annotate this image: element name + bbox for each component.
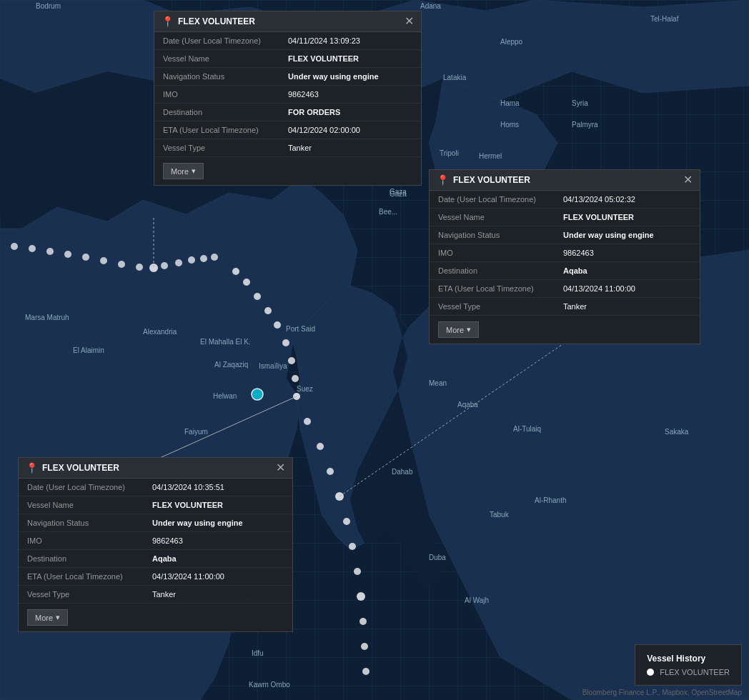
- popup-1-label-nav-status: Navigation Status: [163, 72, 288, 81]
- svg-text:Bee...: Bee...: [379, 208, 397, 216]
- svg-point-17: [264, 307, 272, 314]
- svg-text:Alexandria: Alexandria: [143, 328, 177, 336]
- popup-2-label-vessel-type: Vessel Type: [438, 302, 563, 311]
- legend-dot-0: [647, 669, 654, 676]
- svg-point-37: [252, 389, 263, 400]
- popup-3: 📍 FLEX VOLUNTEER ✕ Date (User Local Time…: [18, 457, 293, 632]
- popup-1-value-nav-status: Under way using engine: [288, 72, 379, 81]
- svg-point-19: [282, 339, 289, 346]
- popup-3-row-vessel-name: Vessel Name FLEX VOLUNTEER: [19, 496, 292, 514]
- popup-2-close-button[interactable]: ✕: [683, 174, 693, 186]
- popup-1: 📍 FLEX VOLUNTEER ✕ Date (User Local Time…: [154, 11, 422, 186]
- popup-1-title: FLEX VOLUNTEER: [178, 16, 255, 26]
- svg-point-12: [200, 255, 207, 262]
- svg-text:Al Wajh: Al Wajh: [465, 596, 489, 604]
- popup-3-more-label: More: [35, 614, 53, 622]
- popup-2-row-date: Date (User Local Timezone) 04/13/2024 05…: [430, 191, 700, 209]
- popup-1-label-date: Date (User Local Timezone): [163, 36, 288, 45]
- popup-1-row-vessel-name: Vessel Name FLEX VOLUNTEER: [154, 50, 421, 68]
- svg-point-10: [175, 259, 182, 266]
- popup-3-value-destination: Aqaba: [152, 554, 177, 563]
- popup-2-label-vessel-name: Vessel Name: [438, 213, 563, 221]
- popup-1-value-destination: FOR ORDERS: [288, 108, 340, 116]
- svg-text:Bodrum: Bodrum: [36, 2, 61, 10]
- popup-1-row-destination: Destination FOR ORDERS: [154, 104, 421, 121]
- svg-point-29: [354, 568, 361, 575]
- popup-2-title: FLEX VOLUNTEER: [453, 175, 530, 185]
- popup-2: 📍 FLEX VOLUNTEER ✕ Date (User Local Time…: [429, 169, 700, 344]
- popup-2-row-imo: IMO 9862463: [430, 244, 700, 262]
- svg-point-28: [349, 543, 356, 550]
- popup-3-value-date: 04/13/2024 10:35:51: [152, 483, 224, 491]
- svg-text:Tabuk: Tabuk: [490, 511, 510, 519]
- svg-point-15: [243, 279, 250, 286]
- popup-2-footer: More ▾: [430, 316, 700, 344]
- popup-2-value-destination: Aqaba: [563, 266, 587, 275]
- popup-1-chevron-icon: ▾: [192, 166, 196, 176]
- svg-text:Aqaba: Aqaba: [457, 401, 478, 409]
- svg-point-0: [11, 243, 18, 250]
- popup-2-value-vessel-name: FLEX VOLUNTEER: [563, 213, 634, 221]
- svg-text:Gaza: Gaza: [390, 188, 407, 196]
- svg-text:Port Said: Port Said: [286, 325, 315, 333]
- svg-text:Marsa Matruh: Marsa Matruh: [25, 314, 69, 321]
- popup-3-label-vessel-type: Vessel Type: [27, 590, 152, 599]
- popup-2-label-imo: IMO: [438, 249, 563, 257]
- popup-1-close-button[interactable]: ✕: [405, 16, 414, 27]
- popup-3-row-vessel-type: Vessel Type Tanker: [19, 586, 292, 604]
- popup-1-header: 📍 FLEX VOLUNTEER ✕: [154, 11, 421, 32]
- svg-point-32: [361, 643, 368, 650]
- popup-2-label-nav-status: Navigation Status: [438, 231, 563, 239]
- svg-point-23: [304, 418, 311, 425]
- popup-1-label-vessel-name: Vessel Name: [163, 54, 288, 63]
- svg-text:Adana: Adana: [420, 2, 441, 10]
- popup-3-value-nav-status: Under way using engine: [152, 519, 243, 527]
- popup-1-label-imo: IMO: [163, 90, 288, 99]
- popup-2-chevron-icon: ▾: [467, 325, 471, 334]
- popup-3-close-button[interactable]: ✕: [276, 462, 285, 474]
- popup-2-row-vessel-name: Vessel Name FLEX VOLUNTEER: [430, 209, 700, 226]
- svg-text:Suez: Suez: [297, 385, 313, 393]
- svg-point-5: [100, 257, 107, 264]
- svg-text:Idfu: Idfu: [252, 649, 264, 657]
- popup-1-label-destination: Destination: [163, 108, 288, 116]
- popup-2-more-button[interactable]: More ▾: [438, 321, 479, 338]
- svg-point-24: [317, 443, 324, 450]
- svg-text:Kawm Ombo: Kawm Ombo: [249, 681, 290, 689]
- svg-text:Aleppo: Aleppo: [500, 38, 523, 46]
- popup-2-pin-icon: 📍: [437, 174, 449, 186]
- popup-2-more-label: More: [446, 326, 464, 334]
- svg-text:Faiyum: Faiyum: [184, 428, 208, 436]
- popup-1-more-button[interactable]: More ▾: [163, 163, 204, 179]
- svg-point-11: [188, 256, 195, 264]
- popup-2-value-eta: 04/13/2024 11:00:00: [563, 284, 635, 293]
- popup-2-value-nav-status: Under way using engine: [563, 231, 654, 239]
- popup-1-value-vessel-name: FLEX VOLUNTEER: [288, 54, 359, 63]
- svg-text:El Alaimin: El Alaimin: [73, 346, 104, 354]
- svg-point-6: [118, 261, 125, 268]
- svg-point-30: [357, 592, 365, 601]
- popup-2-row-vessel-type: Vessel Type Tanker: [430, 298, 700, 316]
- svg-point-25: [327, 468, 334, 475]
- popup-3-chevron-icon: ▾: [56, 613, 60, 622]
- popup-3-value-vessel-type: Tanker: [152, 590, 176, 599]
- popup-1-row-eta: ETA (User Local Timezone) 04/12/2024 02:…: [154, 121, 421, 139]
- popup-2-label-destination: Destination: [438, 266, 563, 275]
- popup-1-row-date: Date (User Local Timezone) 04/11/2024 13…: [154, 32, 421, 50]
- popup-1-footer: More ▾: [154, 157, 421, 185]
- svg-point-4: [82, 254, 89, 261]
- legend-title: Vessel History: [647, 654, 730, 664]
- popup-3-title: FLEX VOLUNTEER: [42, 463, 119, 473]
- svg-text:Dahab: Dahab: [392, 468, 413, 476]
- popup-2-content: Date (User Local Timezone) 04/13/2024 05…: [430, 191, 700, 316]
- popup-3-label-vessel-name: Vessel Name: [27, 501, 152, 509]
- popup-3-label-destination: Destination: [27, 554, 152, 563]
- svg-text:Al-Rhanth: Al-Rhanth: [535, 496, 566, 504]
- svg-point-1: [29, 245, 36, 252]
- svg-text:Tel-Halaf: Tel-Halaf: [650, 15, 679, 23]
- popup-2-value-imo: 9862463: [563, 249, 594, 257]
- popup-3-footer: More ▾: [19, 604, 292, 631]
- popup-2-value-vessel-type: Tanker: [563, 302, 587, 311]
- popup-3-more-button[interactable]: More ▾: [27, 609, 68, 626]
- svg-text:Ismaïliya: Ismaïliya: [259, 362, 287, 370]
